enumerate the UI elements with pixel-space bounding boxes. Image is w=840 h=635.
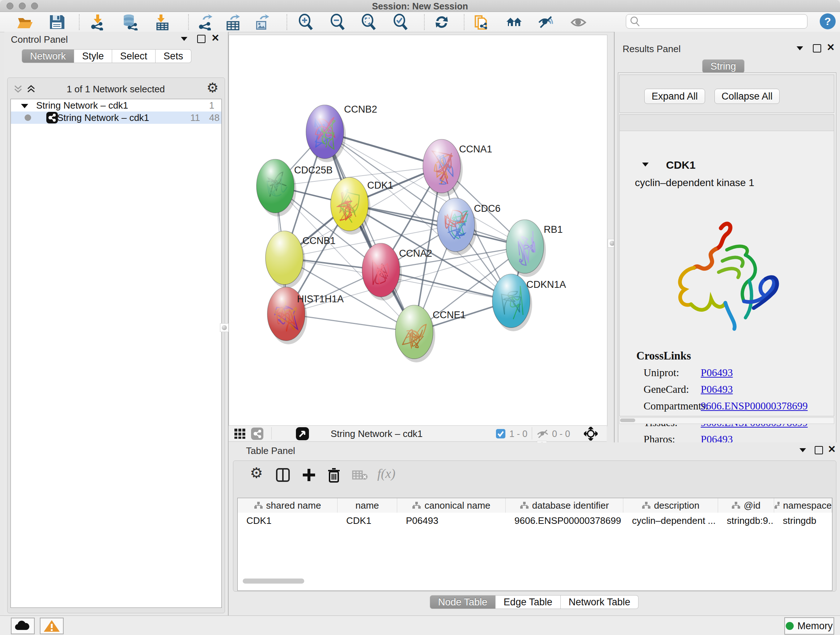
column-header-shared-name[interactable]: shared name — [238, 498, 338, 513]
search-input[interactable] — [626, 14, 807, 29]
create-column-icon[interactable] — [302, 467, 317, 483]
table-panel-float-icon[interactable] — [815, 446, 823, 454]
node-label: RB1 — [544, 224, 563, 235]
column-header-canonical-name[interactable]: canonical name — [397, 498, 506, 513]
node-RB1[interactable]: RB1 — [506, 220, 563, 277]
export-table-icon[interactable] — [225, 14, 242, 30]
column-header-namespace[interactable]: namespace — [774, 498, 832, 513]
node-CCNB1[interactable]: CCNB1 — [265, 231, 336, 288]
results-scrollbar-thumb[interactable] — [620, 418, 635, 422]
open-session-icon[interactable] — [17, 14, 33, 30]
table-cell: cyclin–dependent ... — [623, 513, 718, 529]
network-edge-count: 48 — [209, 112, 219, 124]
zoom-out-icon[interactable] — [329, 14, 346, 30]
node-label: CDC6 — [474, 203, 501, 214]
node-CCNE1[interactable]: CCNE1 — [395, 305, 466, 363]
cloud-status-button[interactable] — [11, 618, 35, 634]
show-columns-icon[interactable] — [276, 468, 291, 483]
node-CDC6[interactable]: CDC6 — [437, 198, 501, 255]
save-session-icon[interactable] — [49, 14, 65, 30]
window-titlebar[interactable]: Session: New Session — [0, 0, 840, 12]
control-panel-float-icon[interactable] — [197, 35, 205, 43]
crosslink-link[interactable]: P06493 — [701, 383, 733, 395]
left-splitter-handle[interactable] — [220, 323, 229, 332]
tab-style[interactable]: Style — [74, 49, 112, 63]
zoom-fit-icon[interactable] — [360, 14, 377, 30]
node-CDC25B[interactable]: CDC25B — [256, 159, 333, 217]
tab-select[interactable]: Select — [112, 49, 156, 63]
column-header-description[interactable]: description — [623, 498, 718, 513]
pan-crosshair-icon[interactable] — [584, 427, 598, 440]
results-scrollbar-track[interactable] — [619, 417, 834, 424]
tab-network-table[interactable]: Network Table — [561, 595, 639, 609]
delete-column-icon[interactable] — [327, 467, 341, 483]
results-panel-menu-icon[interactable] — [797, 46, 803, 50]
collapse-all-button[interactable]: Collapse All — [714, 89, 780, 104]
home-networks-icon[interactable] — [506, 14, 523, 30]
network-share-icon[interactable] — [251, 428, 264, 440]
birdseye-grid-icon[interactable] — [234, 428, 247, 440]
control-panel-menu-icon[interactable] — [181, 37, 187, 41]
network-row[interactable]: String Network – cdk1 11 48 — [11, 111, 221, 124]
control-panel-close-icon[interactable]: ✕ — [211, 34, 219, 42]
warnings-button[interactable] — [40, 618, 64, 634]
node-table[interactable]: shared namenamecanonical namedatabase id… — [237, 498, 832, 591]
show-all-icon[interactable] — [570, 14, 587, 30]
results-panel-float-icon[interactable] — [813, 44, 821, 52]
node-label: HIST1H1A — [297, 294, 344, 304]
table-panel-close-icon[interactable]: ✕ — [828, 445, 836, 453]
export-network-icon[interactable] — [197, 14, 214, 30]
crosslink-row: GeneCard:P06493 — [644, 383, 824, 400]
network-canvas[interactable]: CCNB2CCNA1CDC25BCDK1CDC6RB1CCNB1CCNA2CDK… — [229, 35, 607, 426]
table-row[interactable]: CDK1CDK1P064939606.ENSP00000378699cyclin… — [238, 513, 832, 529]
column-header-@id[interactable]: @id — [718, 498, 774, 513]
crosslink-link[interactable]: 9606.ENSP00000378699 — [701, 400, 808, 412]
node-label: CDKN1A — [526, 279, 566, 290]
help-button[interactable]: ? — [820, 13, 836, 29]
memory-button[interactable]: Memory — [784, 617, 834, 635]
tab-sets[interactable]: Sets — [156, 49, 191, 63]
tab-string[interactable]: String — [702, 59, 745, 73]
gene-expander-icon[interactable] — [642, 163, 649, 166]
zoom-selected-icon[interactable] — [392, 14, 409, 30]
results-panel-close-icon[interactable]: ✕ — [827, 43, 835, 51]
node-label: CCNB2 — [344, 104, 377, 115]
export-image-icon[interactable] — [254, 14, 271, 30]
node-CCNA2[interactable]: CCNA2 — [362, 243, 432, 301]
protein-structure-image — [663, 212, 786, 335]
toolbar-separator — [271, 427, 272, 440]
crosslink-link[interactable]: P06493 — [701, 367, 733, 379]
import-table-icon[interactable] — [154, 14, 171, 30]
table-panel-menu-icon[interactable] — [799, 448, 806, 452]
node-HIST1H1A[interactable]: HIST1H1A — [267, 287, 344, 344]
node-CCNA1[interactable]: CCNA1 — [423, 139, 493, 196]
tab-node-table[interactable]: Node Table — [430, 595, 496, 609]
network-selection-bar: 1 of 1 Network selected ⚙ — [8, 82, 223, 96]
node-CDKN1A[interactable]: CDKN1A — [493, 274, 566, 331]
refresh-layout-icon[interactable] — [433, 14, 450, 30]
network-options-gear-icon[interactable]: ⚙ — [207, 80, 218, 96]
hide-selected-icon[interactable] — [538, 14, 554, 30]
selection-count-text: 1 of 1 Network selected — [8, 84, 223, 95]
first-neighbors-icon[interactable] — [474, 14, 491, 30]
table-header-row: shared namenamecanonical namedatabase id… — [238, 498, 832, 513]
column-header-database-identifier[interactable]: database identifier — [506, 498, 623, 513]
tree-expander-icon[interactable] — [21, 104, 28, 108]
node-label: CDK1 — [367, 180, 393, 191]
node-CCNB2[interactable]: CCNB2 — [306, 104, 377, 162]
string-app-icon — [46, 111, 58, 124]
import-network-icon[interactable] — [90, 14, 106, 30]
network-collection-row[interactable]: String Network – cdk1 1 — [11, 99, 221, 111]
expand-all-button[interactable]: Expand All — [644, 89, 705, 104]
table-scrollbar-thumb[interactable] — [243, 578, 304, 584]
gene-card-header[interactable]: CDK1 — [620, 115, 834, 131]
import-network-from-database-icon[interactable] — [122, 14, 138, 30]
column-header-name[interactable]: name — [338, 498, 397, 513]
tab-edge-table[interactable]: Edge Table — [496, 595, 561, 609]
selected-checkbox-icon[interactable] — [496, 429, 506, 439]
open-in-window-icon[interactable] — [296, 427, 309, 440]
tab-network[interactable]: Network — [22, 49, 74, 63]
zoom-in-icon[interactable] — [297, 14, 314, 30]
node-CDK1[interactable]: CDK1 — [331, 177, 393, 234]
table-settings-gear-icon[interactable]: ⚙ — [250, 464, 263, 481]
